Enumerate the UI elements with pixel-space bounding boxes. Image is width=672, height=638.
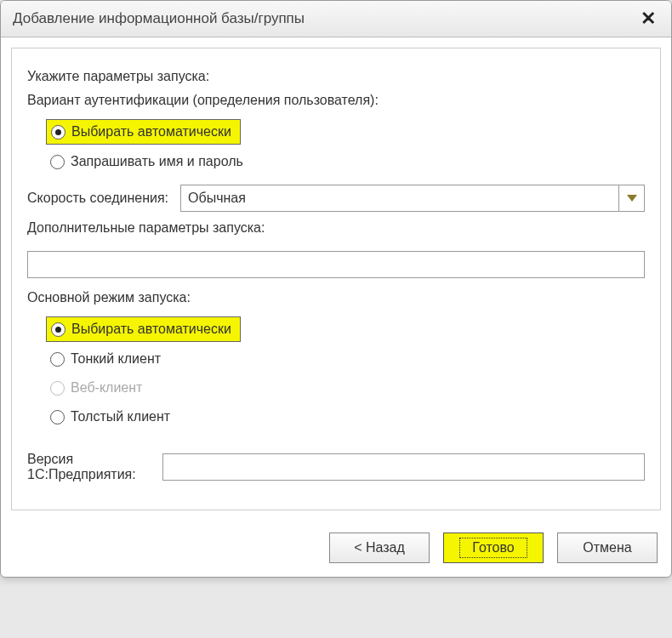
speed-select[interactable]: Обычная (180, 185, 645, 212)
auth-option-auto[interactable]: Выбирать автоматически (46, 119, 241, 145)
radio-selected-icon (51, 125, 65, 140)
radio-unselected-icon (50, 352, 65, 367)
extra-params-input[interactable] (27, 251, 645, 278)
auth-option-auto-label: Выбирать автоматически (71, 124, 231, 140)
radio-selected-icon (51, 322, 65, 337)
mode-label: Основной режим запуска: (27, 290, 645, 305)
speed-value: Обычная (181, 191, 618, 206)
mode-radio-group: Выбирать автоматически Тонкий клиент Веб… (46, 314, 645, 431)
window-title: Добавление информационной базы/группы (13, 10, 305, 27)
version-label: Версия 1С:Предприятия: (27, 452, 151, 482)
content-panel: Укажите параметры запуска: Вариант аутен… (11, 48, 661, 510)
mode-option-web-label: Веб-клиент (71, 380, 142, 396)
auth-radio-group: Выбирать автоматически Запрашивать имя и… (46, 117, 645, 176)
finish-button[interactable]: Готово (443, 533, 544, 563)
auth-label: Вариант аутентификации (определения поль… (27, 93, 645, 108)
mode-option-web: Веб-клиент (46, 376, 151, 400)
auth-option-ask-label: Запрашивать имя и пароль (71, 154, 243, 169)
auth-option-ask[interactable]: Запрашивать имя и пароль (46, 150, 252, 174)
speed-label: Скорость соединения: (27, 191, 168, 206)
close-icon[interactable]: ✕ (637, 9, 659, 28)
mode-option-thin-label: Тонкий клиент (71, 351, 161, 367)
dialog-window: Добавление информационной базы/группы ✕ … (0, 0, 672, 578)
prompt-label: Укажите параметры запуска: (27, 69, 645, 84)
finish-button-label: Готово (459, 538, 527, 558)
radio-disabled-icon (50, 381, 65, 396)
cancel-button-label: Отмена (583, 540, 631, 555)
mode-option-auto[interactable]: Выбирать автоматически (46, 316, 241, 342)
chevron-down-icon (618, 185, 644, 211)
extra-label: Дополнительные параметры запуска: (27, 220, 645, 236)
svg-marker-0 (627, 195, 637, 202)
version-input[interactable] (162, 453, 645, 481)
cancel-button[interactable]: Отмена (557, 533, 658, 563)
radio-unselected-icon (50, 410, 65, 424)
titlebar: Добавление информационной базы/группы ✕ (1, 1, 671, 37)
button-bar: < Назад Готово Отмена (1, 521, 671, 577)
mode-option-thin[interactable]: Тонкий клиент (46, 347, 169, 371)
back-button-label: < Назад (354, 540, 405, 555)
back-button[interactable]: < Назад (329, 533, 430, 563)
radio-unselected-icon (50, 155, 65, 169)
mode-option-thick-label: Толстый клиент (71, 409, 170, 424)
mode-option-thick[interactable]: Толстый клиент (46, 405, 179, 429)
speed-row: Скорость соединения: Обычная (27, 185, 645, 212)
mode-option-auto-label: Выбирать автоматически (71, 322, 231, 337)
version-row: Версия 1С:Предприятия: (27, 443, 645, 491)
